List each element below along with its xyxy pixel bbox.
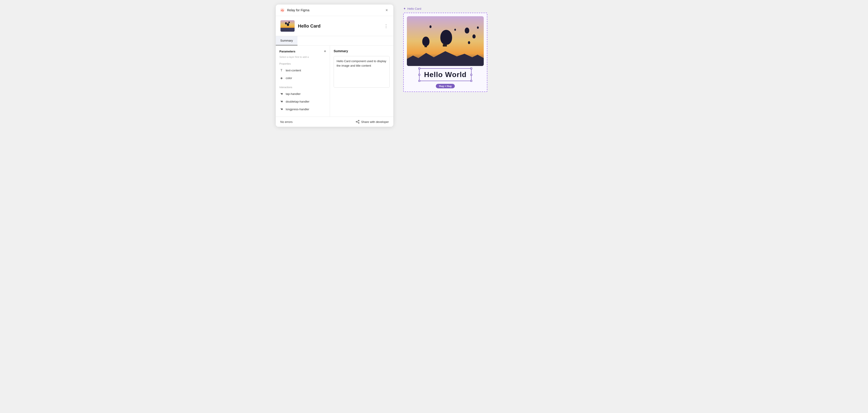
property-text-label: text-content [286, 69, 301, 72]
text-icon: T [279, 68, 283, 72]
screen: Relay for Figma × Hello World Hello Card [276, 4, 592, 127]
main-panel: Relay for Figma × Hello World Hello Card [276, 4, 393, 127]
more-options-button[interactable]: ⋮ [384, 24, 389, 28]
share-label: Share with developer [361, 120, 389, 124]
balloon-right2 [472, 34, 475, 38]
balloon-tiny1 [430, 25, 432, 28]
share-button[interactable]: Share with developer [356, 120, 389, 124]
thumb-balloon-3 [287, 23, 289, 26]
summary-textarea[interactable]: Hello Card component used to display the… [334, 56, 390, 88]
canvas-area: ✦ Hello Card [399, 4, 592, 94]
share-icon [356, 120, 360, 124]
balloon-right3 [468, 41, 470, 44]
corner-mr [470, 74, 472, 76]
thumb-balloon-2 [288, 22, 290, 23]
longpress-handler-label: longpress-handler [286, 107, 309, 111]
component-name: Hello Card [298, 24, 320, 29]
basket-left [425, 45, 427, 47]
hug-badge: Hug × Hug [436, 84, 455, 88]
corner-br [470, 80, 472, 82]
no-errors-label: No errors [280, 120, 292, 124]
balloon-tiny2 [454, 29, 456, 31]
add-parameter-button[interactable]: + [324, 49, 326, 53]
color-icon: ◈ [279, 76, 283, 80]
balloon-left [422, 37, 430, 46]
thumbnail-sky [281, 20, 294, 28]
panel-main: Summary Hello Card component used to dis… [330, 45, 393, 117]
doubletap-handler-item[interactable]: ☚ doubletap-handler [276, 98, 330, 105]
relay-logo-icon [280, 8, 285, 13]
balloon-right1 [465, 28, 469, 33]
component-header-left: Hello World Hello Card [280, 20, 320, 32]
tabs-row: Summary [276, 36, 393, 45]
panel-header-left: Relay for Figma [280, 8, 309, 13]
svg-line-5 [357, 122, 358, 123]
balloon-main [440, 30, 452, 45]
longpress-icon: ☚ [279, 107, 283, 111]
canvas-component-label: ✦ Hello Card [403, 7, 421, 10]
svg-point-3 [358, 123, 359, 123]
mountain-silhouette [407, 49, 484, 66]
property-color-label: color [286, 76, 292, 80]
card-image [407, 16, 484, 66]
corner-bl [418, 80, 420, 82]
corner-tl [418, 68, 420, 69]
doubletap-icon: ☚ [279, 99, 283, 103]
svg-line-4 [357, 121, 358, 122]
property-color[interactable]: ◈ color [276, 74, 330, 82]
tap-handler-item[interactable]: ☚ tap-handler [276, 90, 330, 98]
component-header: Hello World Hello Card ⋮ [276, 16, 393, 36]
balloon-sky [407, 16, 484, 66]
panel-title: Relay for Figma [287, 8, 309, 12]
svg-point-2 [356, 121, 357, 122]
thumb-balloon-1 [285, 22, 287, 24]
doubletap-handler-label: doubletap-handler [286, 100, 309, 103]
tap-handler-label: tap-handler [286, 92, 301, 96]
basket-main [443, 44, 447, 46]
panel-body: Parameters + Select a layer first to add… [276, 45, 393, 117]
interactions-group-label: Interactions [276, 85, 330, 90]
diamond-icon: ✦ [403, 7, 406, 10]
title-box: Hello World [419, 68, 471, 81]
card-title: Hello World [424, 70, 467, 78]
parameters-section: Parameters + [276, 49, 330, 56]
panel-sidebar: Parameters + Select a layer first to add… [276, 45, 330, 117]
interactions-section: Interactions ☚ tap-handler ☚ doubletap-h… [276, 85, 330, 113]
properties-group-label: Properties [276, 61, 330, 66]
tab-summary[interactable]: Summary [276, 36, 298, 45]
panel-header: Relay for Figma × [276, 4, 393, 16]
property-text-content[interactable]: T text-content [276, 66, 330, 74]
close-button[interactable]: × [384, 8, 389, 13]
svg-point-1 [358, 120, 359, 121]
summary-heading: Summary [334, 49, 390, 53]
longpress-handler-item[interactable]: ☚ longpress-handler [276, 105, 330, 113]
parameters-label: Parameters [279, 50, 296, 53]
hello-card-frame: Hello World Hug × Hug [403, 13, 487, 92]
panel-footer: No errors Share with developer [276, 117, 393, 127]
corner-tr [470, 68, 472, 69]
corner-ml [418, 74, 420, 76]
tap-icon: ☚ [279, 92, 283, 96]
thumbnail-label: Hello World [281, 30, 289, 31]
balloon-tiny3 [477, 26, 479, 29]
sidebar-hint: Select a layer first to add a [276, 56, 330, 61]
component-thumbnail: Hello World [280, 20, 295, 32]
canvas-component-name: Hello Card [407, 7, 421, 10]
